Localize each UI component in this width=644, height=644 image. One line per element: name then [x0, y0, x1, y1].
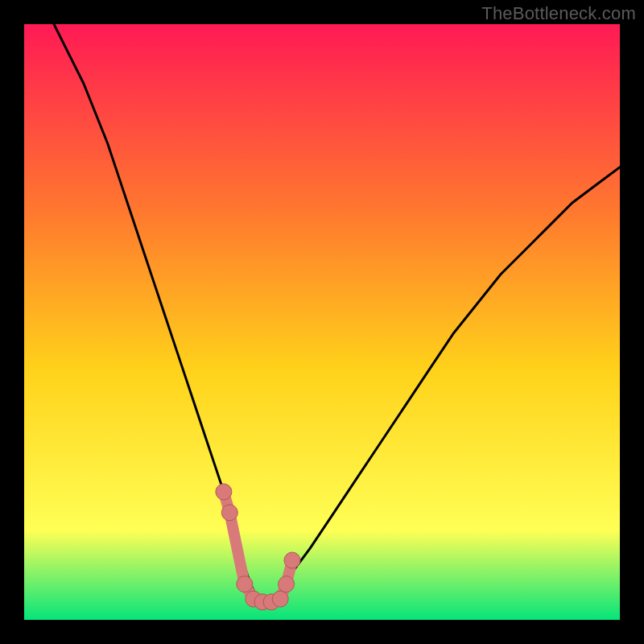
marker-dot [237, 576, 253, 592]
bottleneck-chart [24, 24, 620, 620]
chart-frame: TheBottleneck.com [0, 0, 644, 644]
watermark-text: TheBottleneck.com [481, 3, 636, 24]
marker-dot [284, 552, 300, 568]
marker-dot [279, 576, 295, 592]
marker-dot [272, 591, 288, 607]
marker-dot [221, 505, 237, 521]
marker-dot [216, 484, 232, 500]
